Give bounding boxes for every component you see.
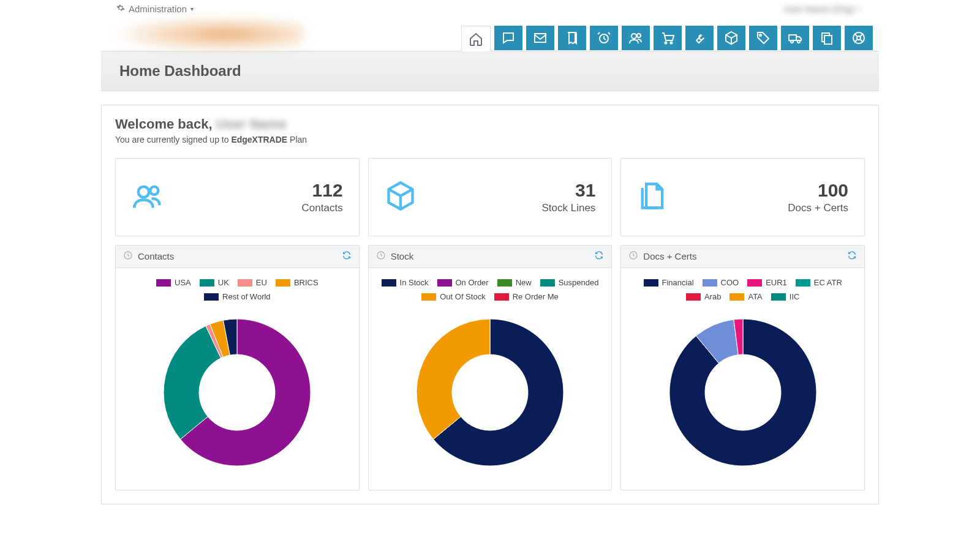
- legend-item[interactable]: UK: [200, 277, 229, 288]
- legend-item[interactable]: Rest of World: [204, 291, 271, 302]
- legend-item[interactable]: EC ATR: [796, 277, 842, 288]
- legend-label: ATA: [748, 292, 762, 301]
- legend-label: Rest of World: [222, 292, 271, 301]
- legend-item[interactable]: Suspended: [540, 277, 599, 288]
- legend-label: UK: [218, 278, 229, 287]
- administration-label: Administration: [129, 4, 187, 14]
- nav-mail[interactable]: [526, 26, 554, 50]
- legend-label: EUR1: [766, 278, 787, 287]
- legend-item[interactable]: COO: [703, 277, 739, 288]
- nav-tag[interactable]: [749, 26, 777, 50]
- tile-value: 112: [302, 180, 343, 201]
- legend-item[interactable]: USA: [156, 277, 191, 288]
- nav-book[interactable]: [558, 26, 586, 50]
- legend-item[interactable]: Arab: [686, 291, 721, 302]
- truck-icon: [788, 31, 802, 45]
- nav-cart[interactable]: [654, 26, 682, 50]
- chevron-down-icon: ▾: [190, 6, 194, 12]
- nav-alarm[interactable]: [590, 26, 618, 50]
- nav-contacts[interactable]: [622, 26, 650, 50]
- mail-icon: [533, 31, 548, 45]
- panel-title: Docs + Certs: [643, 251, 696, 261]
- legend-label: In Stock: [400, 278, 429, 287]
- nav-help[interactable]: [845, 26, 873, 50]
- legend-item[interactable]: IIC: [771, 291, 800, 302]
- copy-icon: [820, 31, 834, 45]
- legend-label: Arab: [704, 292, 721, 301]
- donut-slice-out-of-stock[interactable]: [417, 319, 490, 439]
- nav-home[interactable]: [461, 26, 491, 51]
- legend-label: Suspended: [559, 278, 599, 287]
- legend-item[interactable]: EU: [238, 277, 267, 288]
- tile-label: Docs + Certs: [788, 202, 848, 214]
- refresh-button[interactable]: [594, 250, 604, 262]
- legend-label: IIC: [790, 292, 800, 301]
- clock-icon: [123, 250, 133, 262]
- refresh-button[interactable]: [342, 250, 352, 262]
- administration-menu[interactable]: Administration ▾: [116, 4, 194, 14]
- legend-swatch: [644, 279, 658, 287]
- plan-line: You are currently signed up to EdgeXTRAD…: [115, 135, 865, 144]
- nav-chat[interactable]: [494, 26, 522, 50]
- legend-label: Financial: [662, 278, 694, 287]
- panel-title: Stock: [391, 251, 414, 261]
- legend-label: Re Order Me: [513, 292, 559, 301]
- contacts-icon: [132, 180, 164, 214]
- legend-swatch: [796, 279, 810, 287]
- legend-item[interactable]: Re Order Me: [494, 291, 559, 302]
- legend-swatch: [200, 279, 214, 287]
- legend-item[interactable]: Financial: [644, 277, 694, 288]
- legend-label: On Order: [456, 278, 489, 287]
- legend-label: Out Of Stock: [440, 292, 485, 301]
- user-menu-label: User Name (Org): [783, 4, 854, 14]
- clock-icon: [628, 250, 638, 262]
- welcome-prefix: Welcome back,: [115, 116, 213, 132]
- legend-item[interactable]: On Order: [437, 277, 489, 288]
- panel-header: Stock: [369, 246, 612, 268]
- alarm-icon: [597, 31, 611, 45]
- stat-tile-contacts[interactable]: 112 Contacts: [115, 158, 360, 236]
- legend-item[interactable]: Out Of Stock: [421, 291, 485, 302]
- user-menu[interactable]: User Name (Org) ▾: [783, 4, 879, 14]
- legend-swatch: [156, 279, 171, 287]
- page-title: Home Dashboard: [101, 51, 879, 91]
- legend-swatch: [382, 279, 396, 287]
- tile-value: 31: [541, 180, 595, 201]
- tile-value: 100: [788, 180, 848, 201]
- stat-tile-stock-lines[interactable]: 31 Stock Lines: [368, 158, 612, 236]
- tag-icon: [756, 31, 771, 45]
- legend-item[interactable]: EUR1: [747, 277, 787, 288]
- book-icon: [565, 31, 579, 45]
- chart-legend: In Stock On Order New Suspended Out Of S…: [375, 277, 606, 302]
- nav-package[interactable]: [717, 26, 745, 50]
- legend-swatch: [238, 279, 252, 287]
- legend-item[interactable]: ATA: [729, 291, 762, 302]
- chart-legend: USA UK EU BRICS Rest of World: [122, 277, 353, 302]
- legend-item[interactable]: New: [497, 277, 532, 288]
- gear-icon: [116, 4, 125, 14]
- panel-title: Contacts: [138, 251, 174, 261]
- legend-label: EU: [256, 278, 267, 287]
- chat-icon: [501, 31, 516, 45]
- donut-chart: [660, 310, 826, 475]
- nav-copy[interactable]: [813, 26, 841, 50]
- stat-tile-docs-certs[interactable]: 100 Docs + Certs: [620, 158, 865, 236]
- package-icon: [385, 180, 417, 214]
- plan-name: EdgeXTRADE: [231, 135, 287, 144]
- contacts-icon: [628, 31, 643, 45]
- panel-contacts: Contacts USA UK EU BRICS Res: [115, 245, 360, 490]
- welcome-heading: Welcome back, User Name: [115, 116, 865, 132]
- legend-label: EC ATR: [814, 278, 842, 287]
- nav-wrench[interactable]: [685, 26, 714, 50]
- refresh-button[interactable]: [847, 250, 857, 262]
- legend-swatch: [421, 293, 436, 301]
- donut-chart: [407, 310, 573, 475]
- legend-swatch: [747, 279, 762, 287]
- legend-swatch: [771, 293, 786, 301]
- nav-truck[interactable]: [781, 26, 809, 50]
- legend-item[interactable]: BRICS: [276, 277, 318, 288]
- dashboard-card: Welcome back, User Name You are currentl…: [101, 105, 879, 504]
- legend-item[interactable]: In Stock: [382, 277, 429, 288]
- legend-swatch: [204, 293, 219, 301]
- panel-docs: Docs + Certs Financial COO EUR1 EC ATR: [620, 245, 865, 490]
